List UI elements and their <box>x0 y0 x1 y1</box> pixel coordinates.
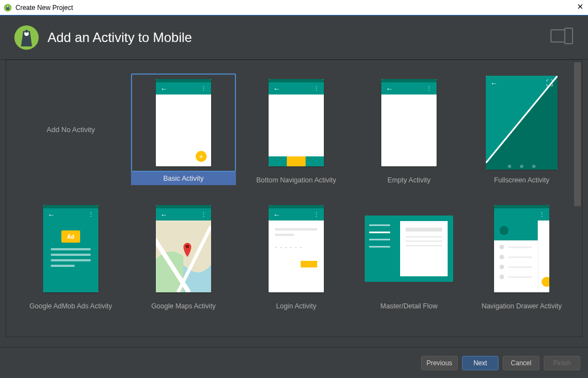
svg-point-1 <box>7 6 8 7</box>
template-login-activity[interactable]: ←⋮• • • • • •Login Activity <box>244 200 349 310</box>
template-label: Add No Activity <box>18 74 123 185</box>
close-icon[interactable]: ✕ <box>577 2 584 11</box>
template-label: Login Activity <box>276 302 317 310</box>
template-thumbnail: ←⋮Ad <box>18 200 123 298</box>
page-title: Add an Activity to Mobile <box>48 30 192 45</box>
template-thumbnail: ←⛶ <box>469 74 574 172</box>
template-add-no-activity[interactable]: Add No Activity <box>18 74 123 185</box>
template-basic-activity[interactable]: ←⋮+Basic Activity <box>131 74 236 185</box>
titlebar: Create New Project ✕ <box>0 0 588 15</box>
template-thumbnail: ←⋮ <box>131 200 236 298</box>
svg-rect-6 <box>565 28 573 44</box>
template-master-detail-flow[interactable]: Master/Detail Flow <box>356 200 461 310</box>
template-label: Basic Activity <box>131 172 236 185</box>
template-label: Navigation Drawer Activity <box>481 302 561 310</box>
template-label: Master/Detail Flow <box>380 302 438 310</box>
template-gallery: Add No Activity←⋮+Basic Activity←⋮Bottom… <box>6 60 582 337</box>
template-google-maps-activity[interactable]: ←⋮Google Maps Activity <box>131 200 236 310</box>
device-icon <box>550 28 574 48</box>
template-thumbnail: ←⋮• • • • • • <box>244 200 349 298</box>
wizard-header: Add an Activity to Mobile <box>0 15 588 60</box>
wizard-footer: Previous Next Cancel Finish <box>0 347 588 378</box>
template-bottom-navigation-activity[interactable]: ←⋮Bottom Navigation Activity <box>244 74 349 185</box>
template-thumbnail: ←⋮ <box>244 74 349 172</box>
template-label: Google AdMob Ads Activity <box>29 302 112 310</box>
template-fullscreen-activity[interactable]: ←⛶Fullscreen Activity <box>469 74 574 185</box>
template-thumbnail: ←⋮ <box>356 74 461 172</box>
svg-rect-4 <box>25 30 28 33</box>
android-studio-icon <box>3 3 12 12</box>
template-empty-activity[interactable]: ←⋮Empty Activity <box>356 74 461 185</box>
cancel-button[interactable]: Cancel <box>503 356 539 370</box>
template-label: Google Maps Activity <box>151 302 216 310</box>
template-label: Bottom Navigation Activity <box>256 176 337 184</box>
template-label: Fullscreen Activity <box>494 176 549 184</box>
android-studio-logo <box>13 24 40 51</box>
next-button[interactable]: Next <box>462 356 498 370</box>
scrollbar-thumb[interactable] <box>574 62 581 206</box>
template-label: Empty Activity <box>387 176 431 184</box>
window-title: Create New Project <box>15 4 73 12</box>
template-thumbnail <box>356 200 461 298</box>
template-thumbnail: ⋮ <box>469 200 574 298</box>
previous-button[interactable]: Previous <box>421 356 458 370</box>
template-google-admob-ads-activity[interactable]: ←⋮AdGoogle AdMob Ads Activity <box>18 200 123 310</box>
finish-button: Finish <box>544 356 580 370</box>
template-thumbnail: ←⋮+ <box>131 74 236 172</box>
svg-point-10 <box>186 245 189 248</box>
scrollbar-track[interactable] <box>574 62 581 334</box>
template-navigation-drawer-activity[interactable]: ⋮Navigation Drawer Activity <box>469 200 574 310</box>
